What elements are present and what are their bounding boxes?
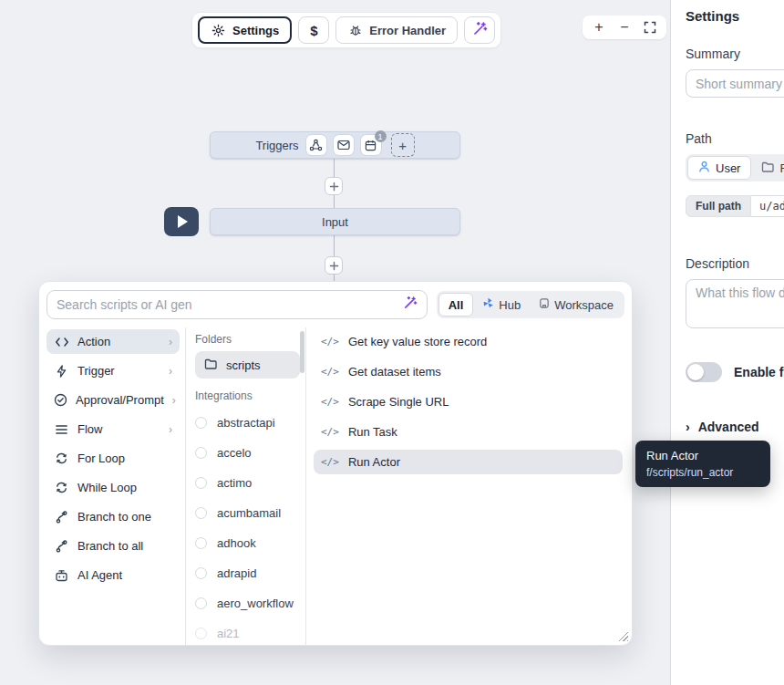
input-node-label: Input [322, 215, 348, 229]
tooltip-path: f/scripts/run_actor [646, 466, 759, 479]
input-node[interactable]: Input [210, 208, 460, 235]
integration-logo-placeholder [195, 628, 207, 639]
integration-name: adrapid [217, 566, 256, 580]
integration-item[interactable]: adrapid [195, 558, 300, 588]
enable-toggle-label: Enable fi [734, 365, 784, 379]
settings-button[interactable]: Settings [198, 16, 292, 44]
insert-step-button-bottom[interactable] [325, 256, 343, 275]
email-trigger-button[interactable] [334, 135, 354, 155]
integration-logo-placeholder [195, 477, 207, 489]
integration-item[interactable]: abstractapi [195, 408, 300, 438]
run-flow-button[interactable] [164, 207, 199, 236]
play-icon [178, 215, 188, 228]
integration-item[interactable]: adhook [195, 528, 300, 558]
gear-icon [211, 24, 226, 37]
picker-body: Action › Trigger › Approval/Prompt › Flo… [39, 324, 632, 645]
script-result-item[interactable]: </> Scrape Single URL [314, 389, 623, 414]
ai-assist-button[interactable] [464, 16, 495, 44]
sidebar-item[interactable]: Branch to all › [46, 534, 180, 558]
script-result-item[interactable]: </> Run Actor [314, 450, 623, 474]
settings-button-label: Settings [232, 24, 279, 37]
step-kind-icon [54, 393, 67, 407]
script-result-item[interactable]: </> Get key value store record [314, 329, 623, 354]
integration-item[interactable]: actimo [195, 468, 300, 498]
full-path-value[interactable]: u/admin [751, 195, 784, 217]
tab-all-label: All [449, 298, 464, 312]
path-user-button[interactable]: User [687, 156, 751, 180]
integration-name: adhook [217, 536, 256, 550]
code-icon: </> [321, 366, 339, 378]
integration-item[interactable]: accelo [195, 438, 300, 468]
sidebar-item[interactable]: Flow › [46, 417, 180, 441]
schedule-trigger-button[interactable]: 1 [361, 135, 381, 155]
zoom-in-button[interactable]: + [588, 17, 610, 37]
error-handler-button[interactable]: Error Handler [335, 16, 458, 44]
integration-item[interactable]: acumbamail [195, 498, 300, 528]
tooltip-title: Run Actor [646, 449, 759, 462]
run-actor-tooltip: Run Actor f/scripts/run_actor [635, 441, 770, 487]
triggers-node[interactable]: Triggers 1 + [210, 131, 460, 159]
step-kind-icon [54, 540, 69, 553]
script-result-item[interactable]: </> Get dataset items [314, 359, 623, 384]
picker-header: All Hub Workspace [39, 282, 632, 324]
folder-icon [204, 358, 217, 372]
magic-wand-icon [472, 21, 488, 39]
integrations-scrollbar[interactable] [300, 331, 304, 373]
tab-hub[interactable]: Hub [473, 293, 530, 317]
webhook-trigger-button[interactable] [306, 135, 326, 155]
summary-input[interactable] [686, 69, 784, 98]
folder-name: scripts [226, 358, 261, 372]
full-path-row: Full path u/admin [686, 195, 784, 217]
step-kind-icon [54, 511, 69, 524]
code-icon: </> [321, 396, 339, 408]
step-kind-icon [54, 424, 69, 435]
sidebar-item[interactable]: Trigger › [46, 358, 180, 383]
cost-button[interactable]: $ [298, 16, 329, 44]
folder-item[interactable]: scripts [195, 351, 300, 379]
search-box[interactable] [46, 290, 428, 319]
zoom-out-button[interactable]: − [614, 17, 635, 37]
fit-view-button[interactable] [639, 17, 661, 37]
enable-toggle[interactable] [686, 362, 722, 382]
sidebar-item-label: Flow [77, 422, 102, 436]
add-trigger-button[interactable]: + [391, 133, 415, 157]
code-icon: </> [321, 336, 339, 348]
integration-logo-placeholder [195, 447, 207, 459]
code-icon: </> [321, 426, 339, 438]
calendar-icon [365, 140, 377, 151]
sidebar-item[interactable]: While Loop › [46, 475, 180, 500]
description-input[interactable] [686, 279, 784, 328]
path-folder-button[interactable]: Folder [751, 156, 784, 180]
sidebar-item[interactable]: AI Agent › [46, 563, 180, 587]
sidebar-item[interactable]: Branch to one › [46, 504, 180, 529]
integration-name: abstractapi [217, 416, 275, 430]
sidebar-item[interactable]: Action › [46, 329, 180, 354]
advanced-section-toggle[interactable]: › Advanced [686, 420, 784, 434]
integration-logo-placeholder [195, 567, 207, 579]
schedule-count-badge: 1 [375, 130, 387, 142]
integration-item[interactable]: ai21 [195, 618, 300, 645]
integration-logo-placeholder [195, 537, 207, 549]
tab-workspace[interactable]: Workspace [530, 293, 623, 317]
chevron-right-icon: › [169, 423, 172, 436]
panel-title: Settings [686, 8, 784, 24]
sidebar-item[interactable]: For Loop › [46, 446, 180, 471]
magic-wand-icon[interactable] [403, 296, 418, 314]
step-kind-icon [54, 336, 69, 348]
sidebar-item[interactable]: Approval/Prompt › [46, 388, 180, 412]
integration-logo-placeholder [195, 507, 207, 519]
script-result-item[interactable]: </> Run Task [314, 420, 623, 444]
tab-workspace-label: Workspace [554, 298, 614, 312]
settings-panel: Settings Summary Path User Folder Full p… [670, 0, 784, 685]
integration-item[interactable]: aero_workflow [195, 588, 300, 618]
folders-heading: Folders [195, 333, 300, 346]
tab-all[interactable]: All [438, 293, 474, 317]
workspace-icon [539, 297, 550, 312]
search-input[interactable] [57, 297, 403, 312]
insert-step-button-top[interactable] [325, 177, 343, 195]
path-label: Path [686, 131, 784, 146]
flow-editor: Settings $ Error Handler + − Triggers [0, 0, 784, 685]
triggers-node-label: Triggers [255, 139, 298, 152]
toggle-knob [687, 364, 704, 380]
integration-name: acumbamail [217, 506, 281, 520]
